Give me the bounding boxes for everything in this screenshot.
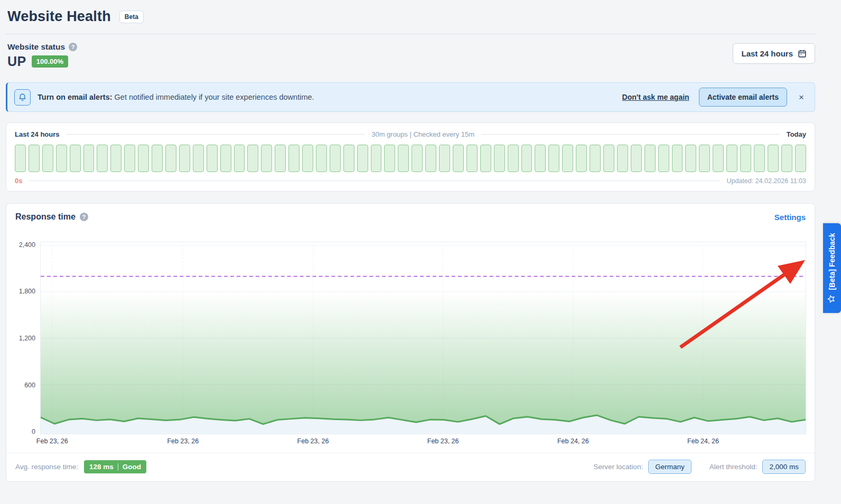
uptime-segment: [740, 145, 751, 172]
feedback-tab-label: [Beta] Feedback: [828, 233, 836, 290]
uptime-segment: [42, 145, 53, 172]
x-axis-tick-label: Feb 23, 26: [297, 438, 329, 445]
uptime-segment: [275, 145, 286, 172]
uptime-segment: [480, 145, 491, 172]
page-header: Website Health Beta: [6, 8, 815, 25]
uptime-segment: [562, 145, 573, 172]
response-time-footer: Avg. response time: 128 ms Good Server l…: [6, 453, 815, 481]
uptime-segment: [508, 145, 519, 172]
uptime-segment: [425, 145, 436, 172]
uptime-groups-label: 30m groups | Checked every 15m: [371, 130, 474, 138]
banner-actions: Don't ask me again Activate email alerts…: [622, 88, 806, 107]
divider-line: [481, 134, 780, 135]
date-range-label: Last 24 hours: [741, 49, 793, 58]
uptime-segment: [453, 145, 464, 172]
help-icon[interactable]: ?: [80, 213, 88, 221]
beta-badge: Beta: [119, 11, 144, 23]
uptime-segment: [316, 145, 327, 172]
x-axis-tick-label: Feb 24, 26: [687, 438, 719, 445]
uptime-segment: [207, 145, 218, 172]
status-value: UP: [7, 54, 26, 69]
response-time-header: Response time ? Settings: [6, 212, 815, 222]
uptime-segment: [535, 145, 546, 172]
uptime-segment: [138, 145, 149, 172]
uptime-segment: [15, 145, 26, 172]
uptime-segment: [261, 145, 272, 172]
date-range-button[interactable]: Last 24 hours: [733, 43, 815, 64]
uptime-segment: [83, 145, 95, 172]
uptime-strip: [15, 145, 806, 172]
uptime-segment: [548, 145, 559, 172]
uptime-segment: [165, 145, 176, 172]
y-axis-tick-label: 1,200: [9, 335, 35, 342]
uptime-segment: [97, 145, 108, 172]
uptime-segment: [590, 145, 601, 172]
uptime-segment: [644, 145, 656, 172]
banner-bold-text: Turn on email alerts:: [38, 93, 113, 101]
uptime-segment: [288, 145, 300, 172]
y-axis-tick-label: 600: [9, 382, 35, 389]
help-icon[interactable]: ?: [69, 43, 77, 51]
badge-divider: [118, 463, 118, 471]
uptime-segment: [672, 145, 683, 172]
status-block: Website status ? UP 100.00%: [7, 42, 77, 69]
uptime-segment: [603, 145, 614, 172]
uptime-segment: [754, 145, 765, 172]
uptime-segment: [631, 145, 642, 172]
uptime-segment: [152, 145, 163, 172]
close-icon[interactable]: ×: [797, 93, 806, 102]
uptime-segment: [343, 145, 354, 172]
uptime-segment: [768, 145, 779, 172]
updated-timestamp: Updated: 24.02.2026 11:03: [726, 177, 806, 185]
star-icon: [827, 294, 837, 303]
uptime-segment: [617, 145, 628, 172]
uptime-segment: [795, 145, 806, 172]
uptime-segment: [398, 145, 409, 172]
uptime-segment: [110, 145, 122, 172]
settings-link[interactable]: Settings: [774, 213, 806, 222]
uptime-segment: [521, 145, 532, 172]
uptime-card: Last 24 hours 30m groups | Checked every…: [6, 122, 815, 192]
dont-ask-again-link[interactable]: Don't ask me again: [622, 93, 689, 101]
uptime-segment: [713, 145, 724, 172]
uptime-segment: [439, 145, 450, 172]
banner-body-text: Get notified immediately if your site ex…: [115, 93, 314, 101]
response-time-chart: [41, 242, 806, 434]
response-time-title: Response time: [15, 212, 76, 222]
uptime-segment: [70, 145, 81, 172]
status-section: Website status ? UP 100.00% Last 24 hour…: [6, 42, 815, 69]
uptime-segment: [302, 145, 313, 172]
y-axis-tick-label: 1,800: [9, 288, 35, 295]
uptime-segment: [576, 145, 587, 172]
header-divider: [6, 34, 815, 34]
email-alerts-banner: Turn on email alerts: Get notified immed…: [6, 82, 815, 112]
alert-threshold-label: Alert threshold:: [709, 463, 758, 471]
alert-threshold-chip[interactable]: 2,000 ms: [762, 460, 806, 474]
uptime-segment: [781, 145, 792, 172]
response-time-card: Response time ? Settings 06001,2001,8002…: [6, 203, 815, 482]
uptime-segment: [330, 145, 341, 172]
avg-response-label: Avg. response time:: [15, 463, 78, 471]
avg-response-badge: 128 ms Good: [84, 460, 146, 473]
beta-feedback-tab[interactable]: [Beta] Feedback: [823, 223, 841, 313]
x-axis-tick-label: Feb 23, 26: [36, 438, 68, 445]
avg-response-rating: Good: [123, 463, 141, 471]
server-location-chip[interactable]: Germany: [648, 460, 692, 474]
uptime-segment: [56, 145, 67, 172]
page-title: Website Health: [7, 8, 111, 25]
avg-response-value: 128 ms: [89, 463, 114, 471]
calendar-icon: [798, 49, 807, 58]
uptime-footer: 0s Updated: 24.02.2026 11:03: [15, 177, 806, 185]
activate-email-alerts-button[interactable]: Activate email alerts: [699, 88, 787, 107]
uptime-segment: [384, 145, 395, 172]
uptime-segment: [494, 145, 505, 172]
uptime-segment: [179, 145, 190, 172]
bell-icon: [14, 89, 31, 106]
uptime-segment: [371, 145, 382, 172]
main-content: Website Health Beta Website status ? UP …: [0, 0, 841, 482]
y-axis-tick-label: 0: [9, 428, 35, 435]
uptime-segment: [726, 145, 737, 172]
x-axis-tick-label: Feb 24, 26: [557, 438, 589, 445]
server-location-label: Server location:: [593, 463, 643, 471]
status-label: Website status: [7, 42, 65, 52]
